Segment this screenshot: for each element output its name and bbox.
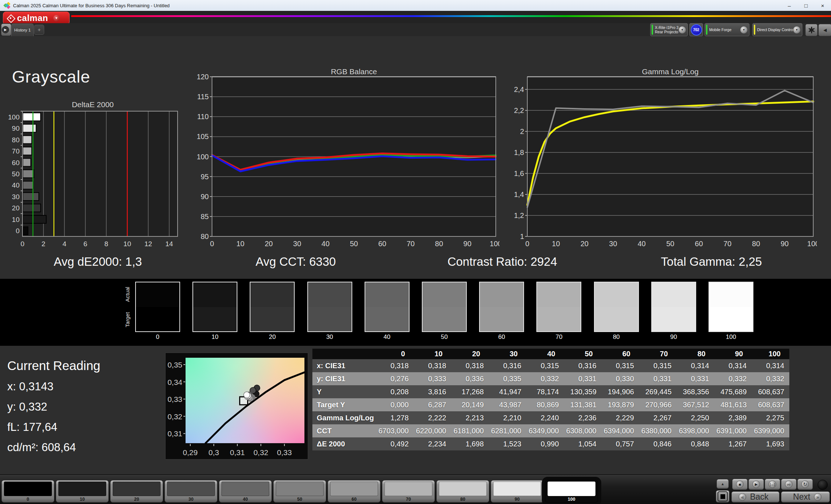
table-cell: 194,906 [602,385,639,398]
settings-button[interactable] [805,24,818,36]
pattern-patch-100[interactable]: 100 [545,480,598,503]
swatch-level-label: 80 [594,333,639,341]
swatch-actual-half [423,282,466,307]
svg-text:10: 10 [124,240,131,248]
add-tab-button[interactable]: + [34,25,44,35]
svg-text:40: 40 [321,240,329,248]
pattern-patch-20[interactable]: 20 [110,480,163,503]
svg-text:20: 20 [265,240,273,248]
svg-text:100: 100 [807,240,817,248]
current-reading-y: y: 0,332 [7,400,47,413]
stop-button[interactable]: ■ [732,479,748,490]
svg-text:90: 90 [12,125,20,132]
pattern-up-button[interactable]: ▲ [716,479,729,489]
deltae-chart-svg: 100908070605040302010002468101214 [7,109,183,250]
svg-text:1,6: 1,6 [514,169,524,177]
svg-text:105: 105 [197,133,209,140]
pattern-size-icon: [↔] [769,480,776,488]
swatch-target-half [423,307,466,332]
deltae-chart: 100908070605040302010002468101214 [7,109,183,250]
patch-label: 30 [167,496,215,503]
calman-menu-button[interactable]: calman ▼ [3,12,70,25]
pattern-size-button[interactable]: [↔] [765,479,780,490]
next-button[interactable]: Next » [781,491,830,503]
table-cell: 0,846 [639,437,677,450]
swatch-target-half [652,307,695,332]
chevron-down-icon: ▼ [793,26,801,34]
table-cell: 0,315 [527,359,564,372]
swatch-actual-half [537,282,581,307]
svg-text:2,2: 2,2 [514,106,524,114]
svg-text:6: 6 [83,240,87,248]
meter-sync-chip[interactable]: 702 [689,23,703,36]
swatch-actual-half [709,282,753,307]
svg-text:1: 1 [520,232,524,240]
swatch-actual-half [136,282,179,307]
table-header-cell: 60 [602,349,639,359]
svg-text:60: 60 [378,240,386,248]
swatch-target-half [308,307,352,332]
workflow-play-button[interactable]: ▶ [1,24,11,36]
close-button[interactable]: × [814,3,831,9]
pattern-window-icon [718,491,728,501]
swatch-target-half [537,307,581,332]
grayscale-swatch-30 [307,282,352,332]
swatch-level-label: 90 [651,333,696,341]
table-cell: 0,314 [714,359,752,372]
svg-text:10: 10 [236,240,244,248]
chevron-down-icon: ▼ [53,15,60,21]
maximize-button[interactable]: □ [798,3,814,9]
collapse-panel-button[interactable]: ◀ [818,24,831,36]
swatch-actual-half [480,282,523,307]
patch-label: 20 [113,496,161,503]
pattern-patch-50[interactable]: 50 [273,480,326,503]
deltae-bar-10 [23,215,46,223]
meter-dropdown[interactable]: X-Rite i1Pro 3 Rear Projector ▼ [650,23,688,36]
table-cell: 0,318 [451,359,489,372]
daylight-locus-curve [205,372,304,443]
table-cell: 0,314 [677,359,714,372]
pattern-patch-80[interactable]: 80 [436,480,489,503]
table-cell: 2,210 [489,411,527,424]
pattern-patch-40[interactable]: 40 [219,480,272,503]
tab-history-1[interactable]: History 1 [11,24,34,36]
back-button[interactable]: « Back [731,491,780,503]
deltae-bar-0 [23,227,28,235]
table-row-3: Target Y0,0006,28720,14943,98780,869131,… [312,398,789,411]
play-button[interactable]: ▶ [748,479,764,490]
pattern-patch-70[interactable]: 70 [382,480,435,503]
deltae-bar-50 [23,170,34,178]
pattern-patch-0[interactable]: 0 [1,480,54,503]
patch-swatch [4,482,52,496]
swatch-level-label: 60 [479,333,524,341]
table-row-6: ΔE 20000,4922,2341,6981,5230,9901,0540,7… [312,437,789,450]
pattern-patch-60[interactable]: 60 [328,480,381,503]
minimize-button[interactable]: – [781,3,798,9]
table-cell: 0,331 [564,372,602,385]
source-dropdown[interactable]: Mobile Forge ▼ [705,23,749,36]
pattern-patch-10[interactable]: 10 [56,480,109,503]
display-control-dropdown[interactable]: Direct Display Control ▼ [752,23,802,36]
continuous-measure-button[interactable]: ∞ [781,479,797,490]
table-cell: 6399,000 [752,424,789,437]
svg-text:100: 100 [490,240,499,248]
table-header-cell: 20 [451,349,489,359]
pattern-window-button[interactable] [716,490,730,503]
deltae-bar-70 [23,147,32,155]
brand-label: calman [17,13,48,23]
patch-swatch [548,482,595,496]
next-chevrons-icon: » [814,493,822,501]
table-cell: 0,318 [414,359,452,372]
pattern-patch-30[interactable]: 30 [165,480,217,503]
actual-row-label: Actual [124,282,131,307]
swatch-actual-half [365,282,409,307]
current-reading-cdm2: cd/m²: 608,64 [7,441,76,454]
pattern-patch-90[interactable]: 90 [491,480,544,503]
patch-label: 70 [385,496,432,503]
refresh-button[interactable]: ↻ [797,479,813,490]
svg-text:70: 70 [723,240,731,248]
display-status-accent [754,25,755,35]
svg-text:50: 50 [12,170,20,178]
page-title: Grayscale [12,67,90,87]
table-cell: 17,268 [451,385,489,398]
